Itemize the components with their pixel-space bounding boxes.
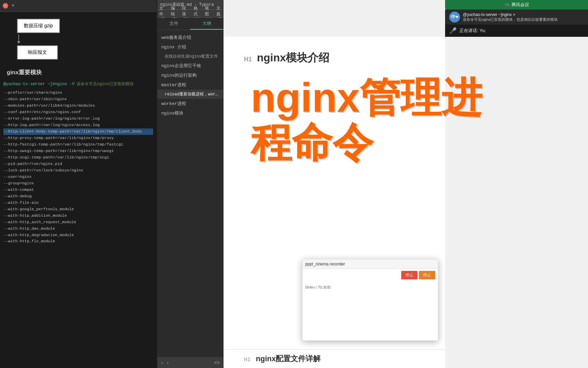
typora-outline[interactable]: web服务器介绍nginx 介绍在线自动生成nginx配置文件nginx企业用它… [157,30,223,357]
user-bar: 中♥ @yuchao-tx-server ~]nginx > 该命令可见ngin… [445,10,588,25]
config-line: --modules-path=/usr/lib64/nginx/modules [3,103,153,109]
popup-title-text: pppt_cinema recorder [305,262,345,266]
config-line: --prefix=/usr/share/nginx [3,90,153,96]
terminal-comment: 该命令可见nginx已安装的模块 [77,81,134,88]
recording-popup: pppt_cinema recorder 停止 停止 0h4m / 70.3GB [302,259,438,341]
config-line: --with-debug [3,193,153,200]
slide-heading-text: nginx模块介绍 [257,51,329,64]
outline-item[interactable]: nginx的运行架构 [157,71,223,80]
typora-tabs: 文件 大纲 [157,18,223,30]
nav-icon-left[interactable]: ‹ › [161,360,169,366]
user-text: 该命令可见nginx已安装的模块，也是相比比较重要的模块 [463,17,584,22]
speaker-text: 正在讲话: Yu; [459,28,486,34]
section-title: ginx重要模块 [7,68,150,76]
h1-mark: H1 [244,56,252,63]
outline-item[interactable]: nginx 介绍 [157,42,223,52]
diagram-box-response: 响应报文 [17,45,58,60]
outline-item[interactable]: worker进程 [157,99,223,108]
config-line: --with-http_dav_module [3,226,153,232]
config-line: --user=nginx [3,174,153,180]
config-line: --conf-path=/etc/nginx/nginx.conf [3,109,153,116]
config-line: --http-log-path=/var/log/nginx/access.lo… [3,122,153,128]
tab-close-button[interactable]: × [3,3,8,9]
stop-button[interactable]: 停止 [401,271,418,279]
config-line: --with-compat [3,187,153,193]
user-name: @yuchao-tx-server ~]nginx > [463,12,584,17]
popup-titlebar: pppt_cinema recorder [303,259,438,269]
config-line: --http-client-body-temp-path=/var/lib/ng… [3,128,153,135]
config-line: --pid-path=/run/nginx.pid [3,161,153,167]
tab-file[interactable]: 文件 [157,18,190,30]
config-line: --with-http_addition_module [3,213,153,219]
video-call-bar[interactable]: 📹 腾讯会议 [445,0,588,10]
config-line: --with-http_degradation_module [3,232,153,239]
tab-bar: × + [0,0,157,12]
video-call-label: 腾讯会议 [511,2,529,8]
popup-controls: 停止 停止 [398,269,438,281]
config-line: --error-log-path=/var/log/nginx/error.lo… [3,116,153,122]
nav-icon-right[interactable]: <> [214,360,220,366]
tab-add-button[interactable]: + [10,2,16,9]
typora-bottom-bar: ‹ › <> [157,357,223,368]
typora-menu: 文件(F) 编辑(E) 段落(P) 格式(O) 视图(V) 主题(T) 帮助(H… [157,10,223,18]
typora-titlebar: nginx基础篇.md - Typora [157,0,223,10]
config-line: --http-scgi-temp-path=/var/lib/nginx/tmp… [3,154,153,161]
mic-icon: 🎤 [449,27,457,34]
config-line: --lock-path=/run/lock/subsys/nginx [3,167,153,174]
config-line: --with-http_flv_module [3,238,153,245]
slide-heading: H1 nginx模块介绍 [244,50,425,65]
typora-window: nginx基础篇.md - Typora 文件(F) 编辑(E) 段落(P) 格… [157,0,224,368]
config-line: --http-proxy-temp-path=/var/lib/nginx/tm… [3,135,153,141]
left-panel: × + 数据压缩 gzip 响应报文 ginx重要模块 @yuchao-tx-s… [0,0,157,368]
right-panel: 📹 腾讯会议 猿 来 教 中♥ @yuchao-tx-server ~]ngin… [224,0,588,368]
config-line: --http-fastcgi-temp-path=/var/lib/nginx/… [3,141,153,148]
diagram-arrow-down [17,34,20,44]
config-line: --with-http_auth_request_module [3,219,153,226]
terminal-prompt: @yuchao-tx-server ~]#nginx -V [3,81,75,88]
outline-item[interactable]: master进程 [157,80,223,90]
config-line: --with-google_perftools_module [3,206,153,213]
user-avatar: 中♥ [449,12,460,22]
config-line: --sbin-path=/usr/sbin/nginx [3,96,153,103]
diagram-box-gzip: 数据压缩 gzip [17,19,60,33]
diagram-area: 数据压缩 gzip 响应报文 [0,12,157,66]
user-info: @yuchao-tx-server ~]nginx > 该命令可见nginx已安… [463,12,584,22]
outline-item[interactable]: reload重新加载进程，worker-pid会变化吗? [157,90,223,99]
sub-h1-mark: H1 [244,357,250,363]
outline-item[interactable]: nginx企业用它干啥 [157,61,223,71]
outline-item[interactable]: web服务器介绍 [157,33,223,42]
popup-stat: 0h4m / 70.3GB [305,285,435,289]
config-line: --group=nginx [3,180,153,187]
config-line: --http-uwsgi-temp-path=/var/lib/nginx/tm… [3,148,153,154]
config-line: --with-file-aio [3,200,153,206]
slide-subheading: nginx配置文件详解 [256,354,321,363]
pause-button[interactable]: 停止 [419,271,435,279]
outline-item[interactable]: nginx模块 [157,108,223,118]
config-lines: --prefix=/usr/share/nginx--sbin-path=/us… [0,89,157,245]
outline-item[interactable]: 在线自动生成nginx配置文件 [157,52,223,61]
terminal-content: @yuchao-tx-server ~]#nginx -V 该命令可见nginx… [0,80,157,89]
slide-subheading-area: H1 nginx配置文件详解 [224,349,445,368]
speaker-indicator: 🎤 正在讲话: Yu; [445,25,588,37]
tab-outline[interactable]: 大纲 [190,18,223,30]
